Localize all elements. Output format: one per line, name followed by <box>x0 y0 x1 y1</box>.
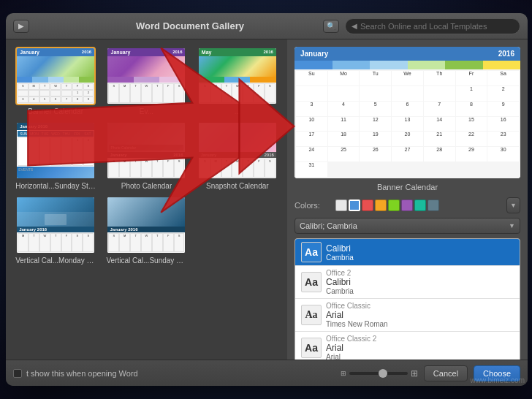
color-swatch-5[interactable] <box>388 200 400 211</box>
preview-month: January <box>300 50 328 58</box>
font-item-aa-3: Aa <box>301 305 322 325</box>
font-item-office-classic2[interactable]: Aa Office Classic 2 Arial Arial <box>295 332 520 360</box>
template-row-1: January 2016 <box>13 47 280 115</box>
color-swatch-4[interactable] <box>375 200 387 211</box>
template-thumb-horiz-sun: January 2016 SUN MON TUE WED THU FRI <box>15 121 96 180</box>
template-label-vert-mon: Vertical Cal...Monday Start <box>15 256 96 265</box>
search-bar[interactable]: ◀ <box>345 18 520 34</box>
font-item-calibri-1[interactable]: Aa Calibri Cambria <box>295 239 520 266</box>
color-swatch-1[interactable] <box>335 200 347 211</box>
color-swatch-2[interactable] <box>349 200 360 211</box>
template-label-banner: Banner Calendar <box>28 107 83 115</box>
colors-label: Colors: <box>294 201 331 210</box>
font-item-sub-1: Cambria <box>326 254 354 262</box>
color-swatches <box>335 200 502 211</box>
controls-section: Colors: ▼ <box>294 197 520 360</box>
font-item-aa-2: Aa <box>301 272 322 292</box>
font-dropdown-arrow-icon: ▼ <box>509 222 515 229</box>
font-row: Calibri; Cambria ▼ <box>294 218 520 234</box>
show-on-open-checkbox[interactable] <box>13 369 22 378</box>
watermark: www.bimeiz.com <box>471 376 525 384</box>
template-thumb-banner: January 2016 <box>15 47 96 105</box>
font-item-aa-4: Aa <box>301 338 322 358</box>
template-label-horiz-sun: Horizontal...Sunday Start <box>15 182 96 190</box>
preview-cal-header: January 2016 <box>294 47 520 61</box>
font-item-aa-1: Aa <box>301 242 322 262</box>
template-thumb-snapshot: January2016 SMT WTFS <box>197 121 278 180</box>
template-row-2: January 2016 SUN MON TUE WED THU FRI <box>13 121 280 190</box>
font-item-office-classic[interactable]: Aa Office Classic Arial Times New Roman <box>295 299 520 332</box>
size-small-icon: ⊞ <box>341 370 346 377</box>
preview-year: 2016 <box>498 50 514 58</box>
media-button[interactable]: ▶ <box>13 20 29 33</box>
font-item-name-1: Calibri <box>326 243 354 254</box>
size-slider-control: ⊞ ⊞ <box>341 368 418 379</box>
template-item-horizontal-sunday[interactable]: January 2016 SUN MON TUE WED THU FRI <box>13 121 98 190</box>
font-item-name-4: Arial <box>326 343 376 353</box>
font-item-details-2: Office 2 Calibri Cambria <box>326 269 354 295</box>
checkbox-row: t show this when opening Word <box>13 369 335 378</box>
template-item-vert-mon[interactable]: January 2016 MTW TFSS Vertical Cal...Mon… <box>13 196 98 265</box>
title-bar: ▶ Word Document Gallery 🔍 ◀ <box>6 13 528 39</box>
template-label-vert-sun: Vertical Cal...Sunday Start <box>106 256 186 265</box>
bottom-bar: t show this when opening Word ⊞ ⊞ Cancel… <box>6 360 528 386</box>
font-item-sub-4: Arial <box>326 353 376 360</box>
template-thumb-may: May2016 SMT WTFS <box>197 47 278 105</box>
font-item-details-4: Office Classic 2 Arial Arial <box>326 335 376 360</box>
color-swatch-8[interactable] <box>428 200 439 211</box>
colors-dropdown-btn[interactable]: ▼ <box>506 197 520 213</box>
search-input[interactable] <box>360 22 514 31</box>
checkbox-label: t show this when opening Word <box>26 369 138 378</box>
template-item-photo-cal[interactable]: Photo Calendar January2016 SMT WTFS <box>104 121 189 190</box>
template-thumb-photo: Photo Calendar January2016 SMT WTFS <box>106 121 186 180</box>
template-item-may[interactable]: May2016 SMT WTFS <box>195 47 280 115</box>
color-swatch-3[interactable] <box>362 200 373 211</box>
font-item-sub-2: Cambria <box>326 287 354 295</box>
color-swatch-7[interactable] <box>414 200 426 211</box>
template-item-event[interactable]: January2016 SMT WTFS <box>104 47 189 115</box>
font-item-cat-4: Office Classic 2 <box>326 335 376 343</box>
dialog-title: Word Document Gallery <box>57 20 323 31</box>
font-item-office2[interactable]: Aa Office 2 Calibri Cambria <box>295 266 520 299</box>
font-list: Aa Calibri Cambria Aa Office 2 Calibri <box>294 238 520 360</box>
template-row-3: January 2016 MTW TFSS Vertical Cal...Mon… <box>13 196 280 265</box>
template-item-banner-calendar[interactable]: January 2016 <box>13 47 98 115</box>
font-item-cat-2: Office 2 <box>326 269 354 277</box>
preview-image: January 2016 SuMoTu WeThFrSa 12 345 <box>294 47 520 178</box>
word-document-gallery-dialog: ▶ Word Document Gallery 🔍 ◀ Januar <box>6 13 528 386</box>
font-item-sub-3: Times New Roman <box>326 320 388 328</box>
size-slider-thumb[interactable] <box>379 369 387 378</box>
font-item-details-1: Calibri Cambria <box>326 243 354 262</box>
font-dropdown-value: Calibri; Cambria <box>300 221 357 230</box>
font-item-details-3: Office Classic Arial Times New Roman <box>326 302 388 328</box>
font-item-name-2: Calibri <box>326 277 354 287</box>
cancel-button[interactable]: Cancel <box>424 365 468 381</box>
template-item-vert-sun[interactable]: January 2016 SMT WTFS Vertical Cal...Sun… <box>104 196 189 265</box>
template-label-event: Ev... <box>140 107 153 115</box>
font-dropdown[interactable]: Calibri; Cambria ▼ <box>294 218 520 234</box>
colors-row: Colors: ▼ <box>294 197 520 213</box>
template-label-snapshot: Snapshot Calendar <box>206 182 269 190</box>
preview-panel: January 2016 SuMoTu WeThFrSa 12 345 <box>287 39 528 360</box>
size-large-icon: ⊞ <box>411 368 418 379</box>
template-item-empty <box>195 196 280 265</box>
template-thumb-vert-sun: January 2016 SMT WTFS <box>106 196 186 254</box>
dropdown-arrow-icon: ▼ <box>510 202 517 209</box>
template-label-may: ... <box>235 107 240 115</box>
template-grid: January 2016 <box>6 39 287 360</box>
color-swatch-6[interactable] <box>401 200 413 211</box>
preview-grid: SuMoTu WeThFrSa 12 345 6789 101112 13141… <box>294 69 520 178</box>
preview-color-bar <box>294 61 520 69</box>
template-item-snapshot[interactable]: January2016 SMT WTFS Snapshot Calendar <box>195 121 280 190</box>
size-slider-track <box>349 372 408 375</box>
template-thumb-vert-mon: January 2016 MTW TFSS <box>15 196 96 254</box>
template-thumb-event: January2016 SMT WTFS <box>106 47 186 105</box>
template-label-photo-cal: Photo Calendar <box>121 182 172 190</box>
preview-label: Banner Calendar <box>294 183 520 191</box>
main-content: January 2016 <box>6 39 528 360</box>
search-icon: ◀ <box>352 22 357 30</box>
font-item-name-3: Arial <box>326 310 388 320</box>
magnify-button[interactable]: 🔍 <box>323 20 339 33</box>
font-item-cat-3: Office Classic <box>326 302 388 310</box>
